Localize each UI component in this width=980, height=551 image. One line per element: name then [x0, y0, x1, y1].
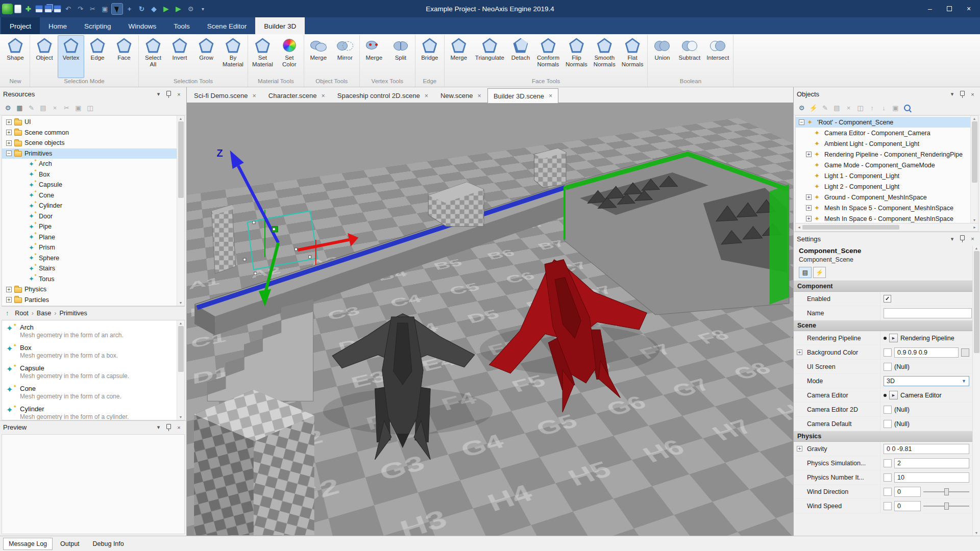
tree-item[interactable]: + Mesh In Space 6 - Component_MeshInSpac…: [796, 213, 978, 223]
enabled-checkbox[interactable]: ✓: [884, 295, 891, 303]
slider-thumb[interactable]: [944, 503, 949, 510]
tree-item[interactable]: + Scene objects: [2, 138, 184, 148]
ribbon-button[interactable]: Smooth Normals: [591, 35, 619, 78]
physics-simulation-field[interactable]: 2: [894, 458, 969, 468]
reference-box[interactable]: [884, 348, 892, 357]
pin-icon[interactable]: [164, 91, 173, 98]
expander-icon[interactable]: +: [6, 140, 12, 146]
statusbar-tab[interactable]: Output: [55, 538, 85, 550]
property-value[interactable]: (Null): [894, 363, 910, 370]
category-physics[interactable]: Physics: [794, 431, 972, 442]
ribbon-button[interactable]: Merge: [446, 35, 472, 78]
tree-item[interactable]: Pipe: [2, 221, 184, 232]
ribbon-button[interactable]: By Material: [219, 35, 247, 78]
gizmo-x-axis[interactable]: [298, 240, 349, 250]
toolbar-icon[interactable]: ▣: [73, 103, 84, 113]
tab-close-icon[interactable]: ×: [425, 92, 428, 99]
scrollbar-thumb[interactable]: [972, 121, 977, 183]
tree-item[interactable]: Torus: [2, 274, 184, 285]
toolbar-icon[interactable]: ◫: [855, 103, 866, 113]
reference-button[interactable]: ▶: [889, 334, 898, 342]
panel-menu-icon[interactable]: ▾: [948, 91, 957, 97]
quick-access-icon[interactable]: ↻: [136, 4, 147, 14]
selected-edge-blue[interactable]: [197, 187, 567, 308]
tree-item[interactable]: Prism: [2, 242, 184, 253]
category-scene[interactable]: Scene: [794, 320, 972, 331]
tree-item[interactable]: + Particles: [2, 295, 184, 306]
quick-access-icon[interactable]: ▾: [198, 4, 208, 14]
viewport-canvas[interactable]: Z: [187, 103, 793, 536]
minimize-button[interactable]: –: [921, 2, 939, 15]
expander-icon[interactable]: −: [799, 119, 804, 125]
tree-item[interactable]: − Primitives: [2, 148, 184, 159]
tree-item[interactable]: Box: [2, 169, 184, 180]
reference-box[interactable]: [884, 420, 892, 428]
toolbar-icon[interactable]: ⚙: [3, 103, 13, 113]
ribbon-button[interactable]: Split: [387, 35, 414, 78]
expander-icon[interactable]: +: [806, 152, 812, 157]
toolbar-icon[interactable]: ↓: [878, 103, 889, 113]
toolbar-icon[interactable]: ⚙: [796, 103, 807, 113]
scroll-left-icon[interactable]: ◄: [797, 226, 801, 229]
expander-icon[interactable]: +: [797, 349, 802, 355]
ribbon-button[interactable]: Face: [111, 35, 137, 78]
toolbar-icon[interactable]: ▤: [831, 103, 842, 113]
vertical-scrollbar[interactable]: ▲ ▼: [972, 245, 980, 536]
panel-menu-icon[interactable]: ▾: [154, 91, 163, 97]
checkered-box[interactable]: [428, 182, 484, 227]
pin-icon[interactable]: [164, 424, 173, 431]
tree-item[interactable]: + Scene common: [2, 128, 184, 138]
expander-icon[interactable]: +: [806, 194, 812, 200]
quick-access-icon[interactable]: ▶: [173, 4, 184, 14]
tree-item[interactable]: Plane: [2, 232, 184, 243]
tree-item[interactable]: + UI: [2, 117, 184, 128]
scroll-right-icon[interactable]: ►: [973, 226, 976, 229]
statusbar-tab[interactable]: Debug Info: [87, 538, 130, 550]
toolbar-icon[interactable]: ▣: [890, 103, 901, 113]
tab-close-icon[interactable]: ×: [252, 92, 256, 99]
breadcrumb-item[interactable]: Primitives: [60, 310, 87, 317]
tab-close-icon[interactable]: ×: [549, 92, 552, 99]
settings-view-button[interactable]: ▤: [799, 267, 812, 278]
toolbar-icon[interactable]: ◫: [85, 103, 95, 113]
property-value[interactable]: Camera Editor: [900, 392, 942, 399]
quick-access-icon[interactable]: [14, 5, 21, 13]
ribbon-tab[interactable]: Windows: [120, 17, 165, 34]
toolbar-icon[interactable]: ↑: [867, 103, 877, 113]
toolbar-icon[interactable]: ×: [843, 103, 854, 113]
reference-box[interactable]: [884, 502, 892, 510]
panel-menu-icon[interactable]: ▾: [948, 236, 957, 242]
ribbon-button[interactable]: Mirror: [332, 35, 358, 78]
quick-access-icon[interactable]: ▣: [100, 4, 110, 14]
tree-item[interactable]: Cone: [2, 190, 184, 201]
property-value[interactable]: Rendering Pipeline: [900, 335, 954, 342]
ribbon-button[interactable]: Grow: [193, 35, 219, 78]
toolbar-icon[interactable]: ✎: [26, 103, 37, 113]
ribbon-button[interactable]: Subtract: [675, 35, 703, 78]
right-platform[interactable]: [565, 151, 789, 315]
vertical-scrollbar[interactable]: ▲ ▼: [177, 320, 184, 420]
checkered-cube[interactable]: [194, 390, 314, 535]
scroll-up-icon[interactable]: ▲: [179, 117, 183, 120]
ribbon-button[interactable]: Select All: [140, 35, 166, 78]
name-input[interactable]: [884, 308, 972, 318]
vertical-scrollbar[interactable]: ▲ ▼: [177, 116, 184, 306]
ribbon-button[interactable]: Intersect: [703, 35, 732, 78]
tree-item[interactable]: Door: [2, 211, 184, 222]
ribbon-button[interactable]: Triangulate: [472, 35, 507, 78]
wind-direction-field[interactable]: 0: [894, 487, 921, 497]
expander-icon[interactable]: +: [6, 119, 12, 125]
wind-direction-slider[interactable]: [923, 488, 969, 496]
color-swatch[interactable]: [961, 348, 969, 357]
ribbon-tab[interactable]: Tools: [165, 17, 199, 34]
pillar[interactable]: [211, 205, 235, 273]
tree-item[interactable]: Light 2 - Component_Light: [796, 181, 978, 192]
quick-access-icon[interactable]: ⚙: [185, 4, 196, 14]
resource-list-item[interactable]: Box Mesh geometry in the form of a box.: [2, 341, 184, 361]
resource-list-item[interactable]: Cylinder Mesh geometry in the form of a …: [2, 402, 184, 420]
tree-item[interactable]: − 'Root' - Component_Scene: [796, 117, 978, 128]
scrollbar-thumb[interactable]: [802, 225, 899, 230]
property-value[interactable]: (Null): [894, 406, 910, 413]
ribbon-tab[interactable]: Home: [40, 17, 76, 34]
toolbar-icon[interactable]: ▦: [14, 103, 25, 113]
